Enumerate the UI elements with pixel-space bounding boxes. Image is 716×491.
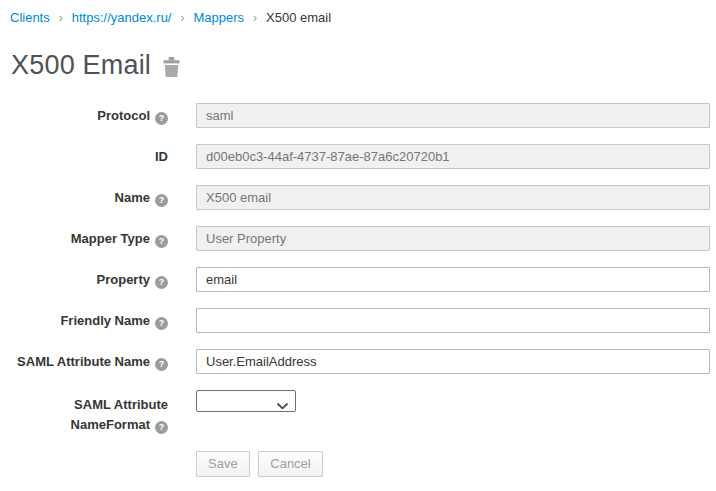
- saml-attribute-nameformat-select[interactable]: [196, 390, 296, 412]
- breadcrumb-separator-icon: ›: [180, 11, 184, 25]
- form-row-saml-attribute-name: SAML Attribute Name?: [10, 349, 710, 374]
- friendly-name-label-text: Friendly Name: [60, 313, 150, 328]
- form-row-protocol: Protocol?: [10, 103, 710, 128]
- cancel-button[interactable]: Cancel: [258, 451, 322, 477]
- saml-attribute-nameformat-label-line2: NameFormat?: [10, 415, 168, 435]
- breadcrumb-separator-icon: ›: [59, 11, 63, 25]
- breadcrumb: Clients›https://yandex.ru/›Mappers›X500 …: [10, 8, 710, 25]
- save-button[interactable]: Save: [196, 451, 250, 477]
- mapper-type-label-text: Mapper Type: [71, 231, 150, 246]
- friendly-name-label: Friendly Name?: [10, 308, 196, 333]
- breadcrumb-current: X500 email: [266, 10, 331, 25]
- trash-icon: [163, 57, 180, 77]
- form-row-property: Property?: [10, 267, 710, 292]
- help-icon[interactable]: ?: [155, 276, 168, 289]
- breadcrumb-link-clients[interactable]: Clients: [10, 10, 50, 25]
- id-label: ID: [10, 144, 196, 169]
- help-icon[interactable]: ?: [155, 235, 168, 248]
- saml-attribute-name-input[interactable]: [196, 349, 710, 374]
- delete-mapper-button[interactable]: [163, 54, 180, 77]
- id-label-text: ID: [155, 149, 168, 164]
- form-actions: Save Cancel: [196, 451, 710, 477]
- name-label-text: Name: [115, 190, 150, 205]
- mapper-form: Protocol? ID Name? Mapper Type? Property…: [10, 103, 710, 477]
- help-icon[interactable]: ?: [155, 317, 168, 330]
- saml-attribute-name-label-text: SAML Attribute Name: [17, 354, 150, 369]
- name-label: Name?: [10, 185, 196, 210]
- saml-attribute-name-label: SAML Attribute Name?: [10, 349, 196, 374]
- friendly-name-input[interactable]: [196, 308, 710, 333]
- protocol-label-text: Protocol: [97, 108, 150, 123]
- mapper-detail-page: Clients›https://yandex.ru/›Mappers›X500 …: [0, 0, 716, 477]
- property-label-text: Property: [97, 272, 150, 287]
- property-input[interactable]: [196, 267, 710, 292]
- form-row-friendly-name: Friendly Name?: [10, 308, 710, 333]
- protocol-label: Protocol?: [10, 103, 196, 128]
- protocol-input: [196, 103, 710, 128]
- form-row-id: ID: [10, 144, 710, 169]
- form-row-name: Name?: [10, 185, 710, 210]
- help-icon[interactable]: ?: [155, 358, 168, 371]
- help-icon[interactable]: ?: [155, 421, 168, 434]
- breadcrumb-separator-icon: ›: [253, 11, 257, 25]
- form-row-mapper-type: Mapper Type?: [10, 226, 710, 251]
- breadcrumb-link-client[interactable]: https://yandex.ru/: [72, 10, 172, 25]
- page-title: X500 Email: [11, 50, 151, 81]
- saml-attribute-nameformat-label-line1: SAML Attribute: [10, 395, 168, 415]
- help-icon[interactable]: ?: [155, 112, 168, 125]
- breadcrumb-link-mappers[interactable]: Mappers: [193, 10, 244, 25]
- mapper-type-input: [196, 226, 710, 251]
- form-row-saml-attribute-nameformat: SAML Attribute NameFormat?: [10, 390, 710, 435]
- mapper-type-label: Mapper Type?: [10, 226, 196, 251]
- property-label: Property?: [10, 267, 196, 292]
- help-icon[interactable]: ?: [155, 194, 168, 207]
- name-input: [196, 185, 710, 210]
- id-input: [196, 144, 710, 169]
- saml-attribute-nameformat-label: SAML Attribute NameFormat?: [10, 390, 196, 435]
